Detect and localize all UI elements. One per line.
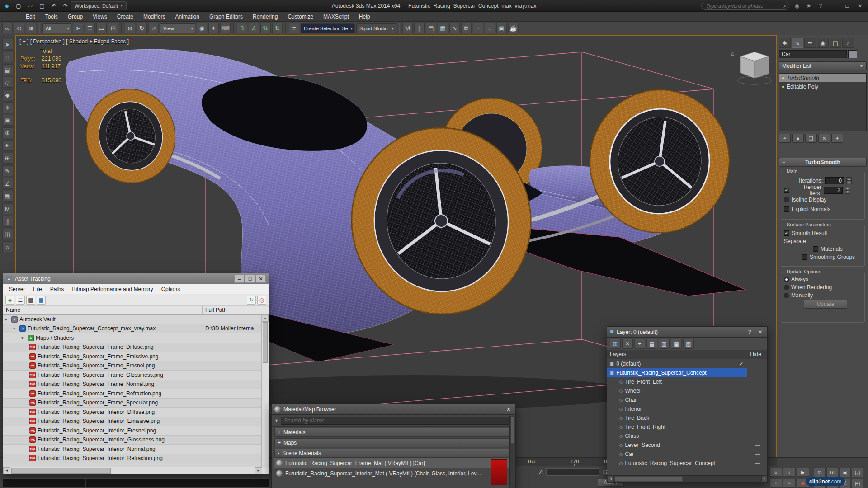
make-unique-icon[interactable]: ❏ bbox=[805, 134, 817, 143]
open-file-icon[interactable]: ▱ bbox=[25, 1, 35, 10]
layer-row[interactable]: ◇Interior— bbox=[607, 404, 767, 413]
explicit-normals-checkbox[interactable] bbox=[784, 206, 789, 212]
shape-strip-icon[interactable]: ◇ bbox=[2, 77, 13, 88]
workspace-combo[interactable]: Workspace: Default ▾ bbox=[71, 1, 127, 10]
configure-modifier-icon[interactable]: ✦ bbox=[831, 134, 843, 143]
hide-toggle[interactable]: — bbox=[747, 397, 767, 403]
add-to-layer-icon[interactable]: + bbox=[634, 339, 645, 349]
hide-all-icon[interactable]: ▦ bbox=[671, 339, 682, 349]
modifier-list-dropdown[interactable]: Modifier List ▼ bbox=[779, 61, 867, 70]
grid-view-icon[interactable]: ▦ bbox=[37, 296, 46, 305]
modifier-strip-icon[interactable]: ☀ bbox=[2, 102, 13, 113]
minimize-icon[interactable]: – bbox=[234, 275, 244, 283]
asset-row[interactable]: ▾◈Maps / Shaders bbox=[3, 333, 269, 343]
motion-tab-icon[interactable]: ◉ bbox=[817, 38, 829, 48]
help-icon[interactable]: ? bbox=[816, 1, 826, 10]
minimize-icon[interactable]: – bbox=[828, 1, 841, 10]
edit-selection-sets-icon[interactable]: ≡ bbox=[289, 23, 299, 33]
zoom-all-icon[interactable]: ⊞ bbox=[826, 468, 838, 477]
scroll-left-icon[interactable]: ◄ bbox=[607, 476, 614, 482]
layer-row[interactable]: ◇Wheel— bbox=[607, 386, 767, 395]
maximize-viewport-icon[interactable]: ◰ bbox=[852, 479, 863, 488]
search-input[interactable] bbox=[701, 2, 789, 10]
render-iters-checkbox[interactable]: ✓ bbox=[784, 188, 789, 193]
manually-radio[interactable] bbox=[784, 293, 789, 298]
asset-menu-bitmap-performance-and-memory[interactable]: Bitmap Performance and Memory bbox=[68, 285, 157, 294]
modifier-stack-item[interactable]: ●TurboSmooth bbox=[779, 74, 866, 82]
always-radio[interactable] bbox=[784, 277, 789, 282]
next-frame-icon[interactable]: › bbox=[769, 479, 782, 488]
asset-menu-options[interactable]: Options bbox=[157, 285, 184, 294]
hide-toggle[interactable]: — bbox=[747, 361, 767, 367]
hide-toggle[interactable]: — bbox=[747, 406, 767, 412]
z-coordinate-field[interactable] bbox=[546, 468, 599, 476]
isoline-display-checkbox[interactable] bbox=[784, 197, 789, 202]
menu-maxscript[interactable]: MAXScript bbox=[318, 12, 354, 21]
asset-row[interactable]: PNGFuturistic_Racing_Supercar_Frame_Spec… bbox=[3, 399, 269, 408]
window-crossing-icon[interactable]: ⊞ bbox=[108, 23, 118, 33]
utility-strip-icon[interactable]: ☼ bbox=[2, 241, 13, 252]
angle-snap-icon[interactable]: ∠ bbox=[249, 23, 259, 33]
curve-editor-icon[interactable]: ∿ bbox=[449, 23, 460, 33]
go-end-icon[interactable]: » bbox=[783, 479, 796, 488]
redo-icon[interactable]: ↷ bbox=[61, 1, 71, 10]
asset-vertical-scrollbar[interactable]: ▲ bbox=[261, 315, 269, 468]
menu-create[interactable]: Create bbox=[112, 12, 138, 21]
studio-combo[interactable]: Squid Studio▾ bbox=[356, 23, 396, 33]
asset-row[interactable]: PNGFuturistic_Racing_Supercar_Interior_D… bbox=[3, 408, 269, 417]
expander-icon[interactable]: ▾ bbox=[21, 336, 26, 340]
create-layer-icon[interactable]: ⊞ bbox=[610, 339, 621, 349]
render-setup-icon[interactable]: ☼ bbox=[485, 23, 495, 33]
scroll-left-icon[interactable]: ◄ bbox=[3, 467, 10, 474]
asset-horizontal-scrollbar[interactable]: ◄ ► bbox=[3, 467, 262, 474]
column-hide[interactable]: Hide bbox=[747, 350, 767, 359]
select-by-name-icon[interactable]: ☰ bbox=[85, 23, 95, 33]
render-iters-field[interactable]: 2 bbox=[824, 187, 843, 194]
material-section-maps[interactable]: +Maps bbox=[274, 438, 513, 447]
broken-paths-icon[interactable]: ◎ bbox=[257, 296, 266, 305]
select-manipulate-icon[interactable]: ✦ bbox=[208, 23, 219, 33]
asset-row[interactable]: PNGFuturistic_Racing_Supercar_Frame_Refr… bbox=[3, 389, 269, 399]
zoom-extents-icon[interactable]: ▣ bbox=[839, 468, 851, 477]
spacewarp-strip-icon[interactable]: ⊞ bbox=[2, 153, 13, 164]
asset-tracking-titlebar[interactable]: A Asset Tracking – □ ✕ bbox=[3, 273, 269, 284]
select-rotate-icon[interactable]: ↻ bbox=[137, 23, 147, 33]
modify-tab-icon[interactable]: ∿ bbox=[792, 38, 803, 48]
network-paths-icon[interactable]: ↻ bbox=[247, 296, 256, 305]
select-and-link-icon[interactable]: ∞ bbox=[2, 23, 13, 33]
column-layers[interactable]: Layers bbox=[607, 350, 747, 359]
snap-3d-icon[interactable]: 3 bbox=[237, 23, 247, 33]
selection-filter-combo[interactable]: All▾ bbox=[42, 23, 71, 33]
modifier-stack-item[interactable]: ●Editable Poly bbox=[779, 82, 866, 91]
hide-toggle[interactable]: — bbox=[747, 415, 767, 421]
select-region-icon[interactable]: ▭ bbox=[96, 23, 107, 33]
undo-icon[interactable]: ↶ bbox=[49, 1, 59, 10]
new-scene-icon[interactable]: ▢ bbox=[14, 1, 24, 10]
asset-row[interactable]: PNGFuturistic_Racing_Supercar_Frame_Diff… bbox=[3, 343, 269, 352]
scroll-right-icon[interactable]: ► bbox=[255, 467, 262, 474]
utilities-tab-icon[interactable]: ☼ bbox=[842, 38, 854, 48]
list-view-icon[interactable]: ☰ bbox=[16, 296, 25, 305]
menu-graph-editors[interactable]: Graph Editors bbox=[204, 12, 248, 21]
paint-strip-icon[interactable]: ∠ bbox=[2, 178, 13, 189]
hide-toggle[interactable]: — bbox=[747, 388, 767, 394]
asset-row[interactable]: PNGFuturistic_Racing_Supercar_Frame_Glos… bbox=[3, 371, 269, 380]
layer-row[interactable]: ◇Car— bbox=[607, 450, 767, 459]
viewcube[interactable]: ⌂ bbox=[731, 50, 772, 84]
material-search-input[interactable] bbox=[281, 417, 513, 425]
material-color-swatch[interactable] bbox=[491, 459, 507, 485]
camera-strip-icon[interactable]: ⊕ bbox=[2, 127, 13, 138]
layer-row[interactable]: ◇Glass— bbox=[607, 432, 767, 441]
favorites-icon[interactable]: ★ bbox=[804, 1, 814, 10]
expander-icon[interactable]: ▾ bbox=[13, 326, 18, 331]
hide-toggle[interactable]: — bbox=[747, 460, 767, 466]
layer-row[interactable]: ◇Tire_Front_Left— bbox=[607, 377, 767, 386]
select-scale-icon[interactable]: ⊿ bbox=[148, 23, 159, 33]
show-end-result-icon[interactable]: ∎ bbox=[792, 134, 804, 143]
menu-edit[interactable]: Edit bbox=[21, 12, 40, 21]
scrollbar-thumb[interactable] bbox=[263, 322, 268, 363]
layer-row[interactable]: ◇Lever_Second— bbox=[607, 441, 767, 450]
column-full-path[interactable]: Full Path bbox=[203, 306, 262, 314]
close-icon[interactable]: ✕ bbox=[756, 329, 764, 335]
asset-menu-paths[interactable]: Paths bbox=[46, 285, 68, 294]
